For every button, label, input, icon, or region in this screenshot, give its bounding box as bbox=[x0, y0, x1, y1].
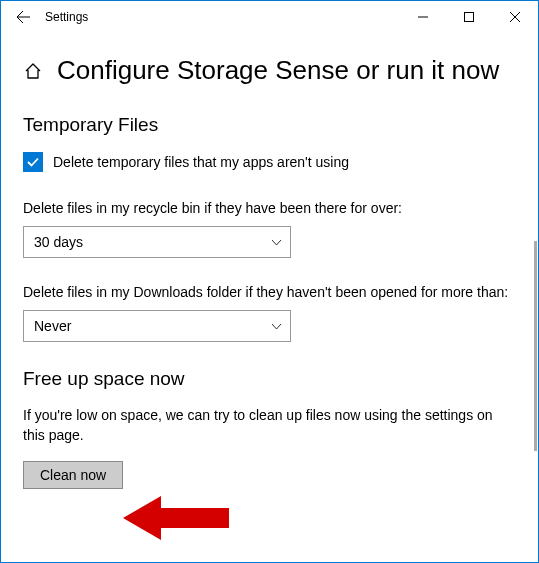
free-up-description: If you're low on space, we can try to cl… bbox=[23, 406, 516, 445]
section-heading-temporary-files: Temporary Files bbox=[23, 114, 516, 136]
chevron-down-icon bbox=[271, 237, 282, 248]
annotation-arrow-icon bbox=[123, 493, 233, 543]
maximize-button[interactable] bbox=[446, 1, 492, 33]
home-icon[interactable] bbox=[23, 61, 43, 81]
check-icon bbox=[26, 155, 40, 169]
window-title: Settings bbox=[45, 10, 400, 24]
label-recycle-bin: Delete files in my recycle bin if they h… bbox=[23, 200, 516, 216]
titlebar: Settings bbox=[1, 1, 538, 33]
arrow-left-icon bbox=[15, 9, 31, 25]
minimize-icon bbox=[418, 12, 428, 22]
label-downloads: Delete files in my Downloads folder if t… bbox=[23, 284, 516, 300]
dropdown-downloads[interactable]: Never bbox=[23, 310, 291, 342]
checkbox-delete-temp[interactable] bbox=[23, 152, 43, 172]
window-controls bbox=[400, 1, 538, 33]
dropdown-recycle-value: 30 days bbox=[34, 234, 83, 250]
scrollbar[interactable] bbox=[534, 241, 537, 451]
clean-now-button[interactable]: Clean now bbox=[23, 461, 123, 489]
checkbox-row-delete-temp: Delete temporary files that my apps aren… bbox=[23, 152, 516, 172]
maximize-icon bbox=[464, 12, 474, 22]
page-title: Configure Storage Sense or run it now bbox=[57, 55, 499, 86]
page-header: Configure Storage Sense or run it now bbox=[23, 55, 516, 86]
chevron-down-icon bbox=[271, 321, 282, 332]
section-heading-free-up: Free up space now bbox=[23, 368, 516, 390]
content-area: Configure Storage Sense or run it now Te… bbox=[1, 33, 538, 489]
minimize-button[interactable] bbox=[400, 1, 446, 33]
close-button[interactable] bbox=[492, 1, 538, 33]
checkbox-label-delete-temp: Delete temporary files that my apps aren… bbox=[53, 154, 349, 170]
dropdown-downloads-value: Never bbox=[34, 318, 71, 334]
dropdown-recycle-bin[interactable]: 30 days bbox=[23, 226, 291, 258]
svg-rect-0 bbox=[465, 13, 474, 22]
svg-marker-1 bbox=[123, 496, 229, 540]
back-button[interactable] bbox=[9, 3, 37, 31]
close-icon bbox=[510, 12, 520, 22]
